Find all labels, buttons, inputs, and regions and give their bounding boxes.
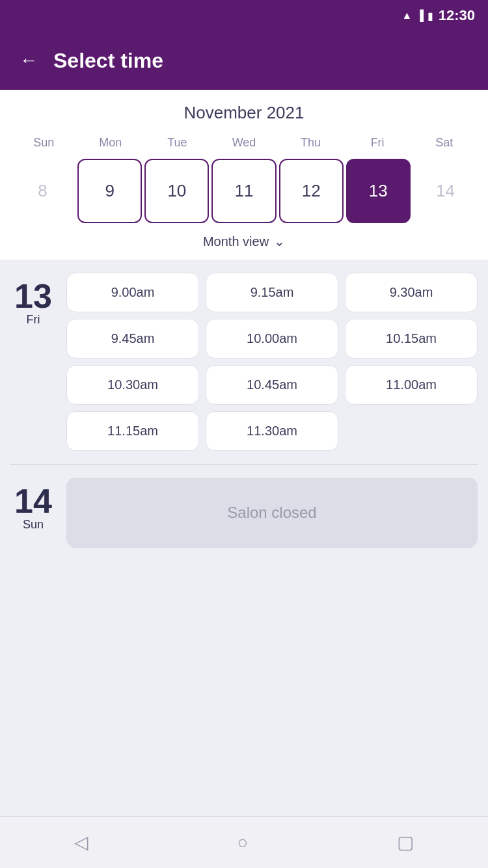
day-header-fri: Fri [344,133,411,152]
bottom-nav: ◁ ○ ▢ [0,816,488,868]
day-label-14: 14Sun [10,478,56,548]
day-block-13: 13Fri9.00am9.15am9.30am9.45am10.00am10.1… [10,273,478,451]
day-header-sun: Sun [10,133,77,152]
battery-icon: ▮ [427,10,433,22]
day-name: Fri [27,313,40,327]
time-slot-930am[interactable]: 9.30am [345,273,478,312]
time-slot-1015am[interactable]: 10.15am [345,319,478,359]
day-cells: 891011121314 [10,159,478,223]
back-button[interactable]: ← [20,50,38,71]
day-cell-10[interactable]: 10 [144,159,209,223]
day-cell-9[interactable]: 9 [77,159,142,223]
day-number: 13 [14,279,52,313]
day-cell-13[interactable]: 13 [346,159,411,223]
home-nav-icon[interactable]: ○ [237,832,249,853]
back-nav-icon[interactable]: ◁ [74,832,88,853]
status-time: 12:30 [439,7,475,24]
time-slot-1045am[interactable]: 10.45am [206,365,338,405]
day-header-mon: Mon [77,133,144,152]
time-slot-900am[interactable]: 9.00am [66,273,199,312]
month-year-label: November 2021 [10,103,478,123]
time-slot-1115am[interactable]: 11.15am [66,411,199,451]
time-slot-915am[interactable]: 9.15am [206,273,338,312]
wifi-icon: ▲ [402,10,413,21]
month-view-toggle[interactable]: Month view ⌄ [10,234,478,249]
status-bar: ▲ ▐ ▮ 12:30 [0,0,488,31]
time-slot-1130am[interactable]: 11.30am [206,411,338,451]
day-cell-12[interactable]: 12 [279,159,344,223]
divider [10,464,478,465]
calendar-section: November 2021 SunMonTueWedThuFriSat 8910… [0,90,488,260]
chevron-down-icon: ⌄ [274,234,285,249]
app-header: ← Select time [0,31,488,90]
time-grid: 9.00am9.15am9.30am9.45am10.00am10.15am10… [66,273,478,451]
time-slot-1100am[interactable]: 11.00am [345,365,478,405]
month-view-label: Month view [203,234,269,249]
day-number: 14 [14,484,52,518]
day-name: Sun [23,518,44,532]
day-header-wed: Wed [211,133,278,152]
day-label-13: 13Fri [10,273,56,451]
day-header-tue: Tue [144,133,211,152]
day-header-sat: Sat [411,133,478,152]
signal-icon: ▐ [416,10,423,21]
salon-closed-box: Salon closed [66,478,478,548]
day-cell-11[interactable]: 11 [211,159,276,223]
status-icons: ▲ ▐ ▮ [402,10,433,22]
time-slot-945am[interactable]: 9.45am [66,319,199,359]
time-slot-1030am[interactable]: 10.30am [66,365,199,405]
salon-closed-block: 14SunSalon closed [10,478,478,548]
day-cell-8: 8 [10,159,75,223]
page-title: Select time [53,49,163,73]
time-section: 13Fri9.00am9.15am9.30am9.45am10.00am10.1… [0,260,488,816]
day-cell-14: 14 [413,159,478,223]
time-slot-1000am[interactable]: 10.00am [206,319,338,359]
day-header-thu: Thu [277,133,344,152]
day-headers: SunMonTueWedThuFriSat [10,133,478,152]
recents-nav-icon[interactable]: ▢ [397,832,414,853]
